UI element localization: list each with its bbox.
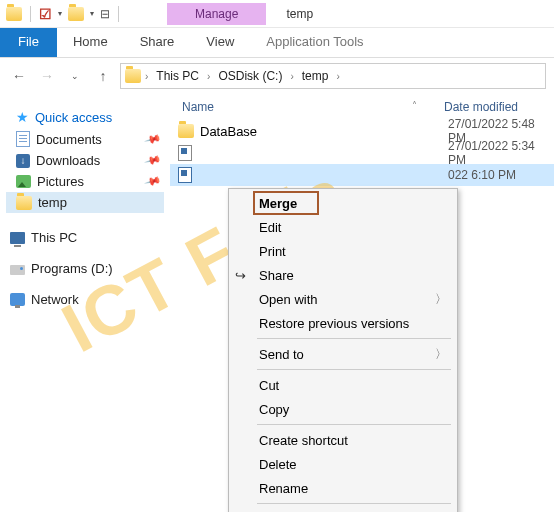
sidebar-item-thispc[interactable]: This PC [6,227,164,248]
file-row-reg[interactable]: 27/01/2022 5:34 PM [170,142,554,164]
folder-icon [125,69,141,83]
file-name: DataBase [200,124,428,139]
ctx-delete[interactable]: Delete [229,452,457,476]
navigation-bar: ← → ⌄ ↑ › This PC › OSDisk (C:) › temp › [0,58,554,94]
chevron-right-icon: 〉 [435,291,447,308]
drive-icon [10,265,25,275]
folder-icon [178,124,194,138]
share-tab[interactable]: Share [124,28,191,57]
ctx-cut[interactable]: Cut [229,373,457,397]
customize-qat-icon[interactable]: ⊟ [100,7,110,21]
navigation-pane: ★ Quick access Documents 📌 Downloads 📌 P… [0,94,170,512]
folder-icon [16,196,32,210]
ctx-create-shortcut[interactable]: Create shortcut [229,428,457,452]
sidebar-item-label: This PC [31,230,77,245]
qat-separator [30,6,31,22]
sidebar-item-label: temp [38,195,67,210]
ctx-share[interactable]: ↪ Share [229,263,457,287]
file-date: 27/01/2022 5:34 PM [428,139,554,167]
ctx-send-to[interactable]: Send to 〉 [229,342,457,366]
ctx-separator [257,424,451,425]
sidebar-item-network[interactable]: Network [6,289,164,310]
chevron-down-icon[interactable]: ▾ [58,9,62,18]
share-icon: ↪ [235,268,246,283]
ctx-print[interactable]: Print [229,239,457,263]
address-bar[interactable]: › This PC › OSDisk (C:) › temp › [120,63,546,89]
ctx-rename[interactable]: Rename [229,476,457,500]
sidebar-item-documents[interactable]: Documents 📌 [6,128,164,150]
sort-indicator-icon: ˄ [404,100,424,114]
breadcrumb-thispc[interactable]: This PC [152,69,203,83]
chevron-right-icon[interactable]: › [290,71,293,82]
ctx-separator [257,503,451,504]
column-header-name[interactable]: Name [174,100,424,114]
ctx-edit[interactable]: Edit [229,215,457,239]
chevron-right-icon: 〉 [435,346,447,363]
title-bar: ☑ ▾ ▾ ⊟ Manage temp [0,0,554,28]
chevron-down-icon[interactable]: ▾ [90,9,94,18]
file-row-reg-selected[interactable]: 022 6:10 PM [170,164,554,186]
file-tab[interactable]: File [0,28,57,57]
breadcrumb-osdisk[interactable]: OSDisk (C:) [214,69,286,83]
pc-icon [10,232,25,244]
registry-file-icon [178,145,192,161]
recent-locations-button[interactable]: ⌄ [64,65,86,87]
manage-contextual-tab[interactable]: Manage [167,3,266,25]
star-icon: ★ [16,109,29,125]
home-tab[interactable]: Home [57,28,124,57]
pin-icon: 📌 [144,130,163,148]
view-tab[interactable]: View [190,28,250,57]
ribbon-tabs: File Home Share View Application Tools [0,28,554,58]
ctx-separator [257,338,451,339]
ctx-merge[interactable]: Merge [229,191,457,215]
sidebar-item-programs[interactable]: Programs (D:) [6,258,164,279]
ctx-properties[interactable]: Properties [229,507,457,512]
folder-icon [68,7,84,21]
chevron-right-icon[interactable]: › [145,71,148,82]
file-date: 022 6:10 PM [428,168,554,182]
quick-access-label: Quick access [35,110,112,125]
ctx-label: Open with [259,292,318,307]
properties-icon[interactable]: ☑ [39,6,52,22]
quick-access-toolbar: ☑ ▾ ▾ ⊟ [0,6,127,22]
ctx-label: Send to [259,347,304,362]
sidebar-item-label: Network [31,292,79,307]
ctx-restore[interactable]: Restore previous versions [229,311,457,335]
quick-access-group[interactable]: ★ Quick access [6,106,164,128]
column-header-date[interactable]: Date modified [424,100,550,114]
up-button[interactable]: ↑ [92,65,114,87]
window-title: temp [286,7,313,21]
breadcrumb-temp[interactable]: temp [298,69,333,83]
ctx-open-with[interactable]: Open with 〉 [229,287,457,311]
ctx-copy[interactable]: Copy [229,397,457,421]
folder-icon [6,7,22,21]
sidebar-item-temp[interactable]: temp [6,192,164,213]
registry-file-icon [178,167,192,183]
download-icon [16,154,30,168]
ctx-label: Share [259,268,294,283]
forward-button[interactable]: → [36,65,58,87]
sidebar-item-label: Downloads [36,153,100,168]
sidebar-item-downloads[interactable]: Downloads 📌 [6,150,164,171]
picture-icon [16,175,31,188]
ctx-separator [257,369,451,370]
sidebar-item-label: Programs (D:) [31,261,113,276]
sidebar-item-label: Pictures [37,174,84,189]
document-icon [16,131,30,147]
pin-icon: 📌 [144,151,163,169]
application-tools-tab[interactable]: Application Tools [250,28,379,57]
sidebar-item-label: Documents [36,132,102,147]
network-icon [10,293,25,306]
sidebar-item-pictures[interactable]: Pictures 📌 [6,171,164,192]
context-menu: Merge Edit Print ↪ Share Open with 〉 Res… [228,188,458,512]
chevron-right-icon[interactable]: › [336,71,339,82]
chevron-right-icon[interactable]: › [207,71,210,82]
pin-icon: 📌 [144,172,163,190]
qat-separator [118,6,119,22]
back-button[interactable]: ← [8,65,30,87]
